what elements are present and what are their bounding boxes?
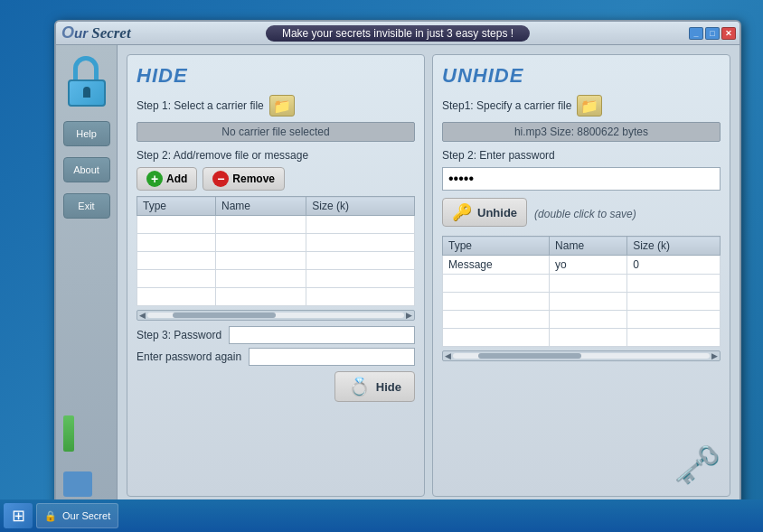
unhide-panel: UNHIDE Step1: Specify a carrier file 📁 h… — [432, 54, 730, 497]
scroll-right-icon[interactable]: ▶ — [711, 351, 718, 360]
remove-button[interactable]: − Remove — [203, 167, 285, 191]
unhide-col-size: Size (k) — [627, 237, 721, 256]
hide-password-again-label: Enter password again — [137, 350, 241, 363]
add-remove-row: + Add − Remove — [137, 167, 415, 191]
unhide-table-scrollbar[interactable]: ◀ ▶ — [442, 350, 721, 361]
unhide-password-input[interactable] — [442, 167, 721, 191]
folder-icon: 📁 — [580, 98, 598, 115]
key-large-icon: 🗝️ — [674, 443, 721, 486]
double-click-hint: (double click to save) — [534, 208, 636, 220]
scroll-right-icon[interactable]: ▶ — [406, 311, 412, 320]
scroll-track — [453, 353, 710, 359]
hide-step3-again-row: Enter password again — [137, 348, 415, 366]
about-button[interactable]: About — [63, 157, 110, 182]
taskbar-app-label: Our Secret — [62, 510, 110, 521]
hide-col-type: Type — [137, 197, 216, 216]
result-size: 0 — [627, 256, 721, 275]
lock-icon — [64, 54, 109, 107]
panels-container: HIDE Step 1: Select a carrier file 📁 No … — [118, 45, 739, 506]
unhide-col-name: Name — [550, 237, 627, 256]
unhide-select-file-button[interactable]: 📁 — [577, 95, 602, 117]
unhide-file-bar: hi.mp3 Size: 8800622 bytes — [442, 122, 721, 142]
table-row — [443, 275, 721, 293]
taskbar-icon-decoration — [63, 471, 92, 497]
hide-select-file-button[interactable]: 📁 — [269, 95, 295, 117]
start-button[interactable]: ⊞ — [4, 503, 33, 528]
title-controls: _ □ ✕ — [689, 27, 736, 40]
hide-step3-row: Step 3: Password — [137, 326, 415, 344]
key-small-icon: 🔑 — [452, 202, 472, 222]
table-row — [443, 311, 721, 329]
unhide-button[interactable]: 🔑 Unhide — [442, 198, 527, 227]
hide-title: HIDE — [137, 64, 415, 88]
unhide-step1-label: Step1: Specify a carrier file — [442, 99, 571, 112]
scroll-left-icon[interactable]: ◀ — [139, 311, 146, 320]
table-row — [137, 288, 415, 306]
hide-step2-label: Step 2: Add/remove file or message — [137, 149, 415, 162]
app-window: Our Secret Make your secrets invisible i… — [54, 20, 741, 508]
scroll-track — [147, 313, 404, 318]
main-content: Help About Exit HIDE Step 1: Select a ca… — [56, 45, 739, 506]
unhide-col-type: Type — [443, 237, 550, 256]
unhide-step2-label: Step 2: Enter password — [442, 149, 721, 162]
unhide-title: UNHIDE — [442, 64, 721, 88]
folder-icon: 📁 — [273, 98, 291, 115]
exit-button[interactable]: Exit — [63, 193, 110, 219]
hide-table-scrollbar[interactable]: ◀ ▶ — [137, 310, 415, 321]
ring-icon: 💍 — [348, 376, 371, 397]
remove-icon: − — [212, 171, 229, 187]
result-type: Message — [443, 256, 550, 275]
table-row — [137, 270, 415, 288]
unhide-step1-row: Step1: Specify a carrier file 📁 — [442, 95, 721, 117]
hide-password-again-input[interactable] — [249, 348, 415, 366]
table-row — [137, 234, 415, 252]
unhide-file-table: Type Name Size (k) Message yo 0 — [442, 236, 721, 347]
key-icon-area: 🗝️ — [674, 443, 721, 487]
minimize-button[interactable]: _ — [689, 27, 703, 40]
hide-file-table: Type Name Size (k) — [137, 196, 415, 306]
add-icon: + — [146, 171, 163, 187]
scroll-left-icon[interactable]: ◀ — [445, 351, 451, 360]
hide-step1-label: Step 1: Select a carrier file — [137, 99, 264, 112]
table-row — [443, 329, 721, 347]
help-button[interactable]: Help — [63, 121, 110, 146]
hide-action-button[interactable]: 💍 Hide — [334, 371, 415, 402]
hide-col-name: Name — [215, 197, 306, 216]
hide-action-row: 💍 Hide — [137, 371, 415, 402]
maximize-button[interactable]: □ — [705, 27, 720, 40]
title-bar: Our Secret Make your secrets invisible i… — [56, 22, 739, 45]
sidebar: Help About Exit — [56, 45, 118, 506]
table-row — [137, 216, 415, 234]
scroll-thumb — [478, 353, 581, 359]
close-button[interactable]: ✕ — [721, 27, 736, 40]
hide-no-file-bar: No carrier file selected — [137, 122, 415, 142]
add-button[interactable]: + Add — [137, 167, 197, 191]
taskbar-app-item[interactable]: 🔒 Our Secret — [36, 503, 118, 528]
app-logo: Our Secret — [61, 23, 131, 42]
taskbar-app-icon: 🔒 — [44, 510, 57, 522]
hide-col-size: Size (k) — [306, 197, 415, 216]
scroll-thumb — [173, 313, 276, 318]
windows-logo-icon: ⊞ — [12, 506, 25, 526]
hide-panel: HIDE Step 1: Select a carrier file 📁 No … — [127, 54, 425, 497]
green-bar-decoration — [63, 415, 74, 452]
unhide-action-row: 🔑 Unhide (double click to save) — [442, 198, 721, 230]
result-name: yo — [550, 256, 627, 275]
hide-step1-row: Step 1: Select a carrier file 📁 — [137, 95, 415, 117]
table-row — [443, 293, 721, 311]
taskbar: ⊞ 🔒 Our Secret — [0, 499, 763, 532]
hide-password-input[interactable] — [229, 326, 415, 344]
title-tagline: Make your secrets invisible in just 3 ea… — [266, 25, 530, 42]
table-row — [137, 252, 415, 270]
unhide-result-row: Message yo 0 — [443, 256, 721, 275]
hide-step3-label: Step 3: Password — [137, 329, 221, 341]
